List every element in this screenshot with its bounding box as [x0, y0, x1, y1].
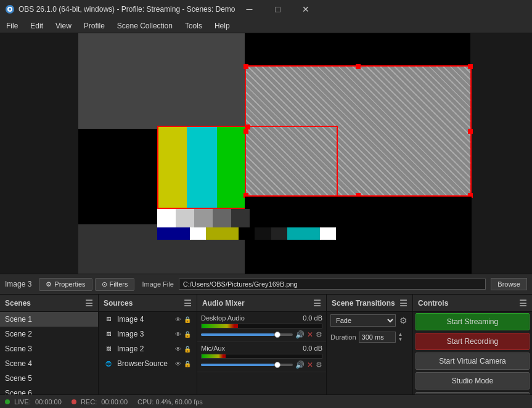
- source-label: BrowserSource: [117, 359, 168, 368]
- menu-help[interactable]: Help: [208, 18, 236, 33]
- controls-buttons: Start StreamingStart RecordingStart Virt…: [413, 312, 532, 408]
- current-source-label: Image 3: [5, 280, 31, 288]
- transition-select-row: Fade Cut Swipe Slide Stinger ⚙: [327, 312, 412, 329]
- mute-button[interactable]: 🔊: [295, 330, 305, 339]
- source-item-browsersource[interactable]: 🌐BrowserSource👁🔒: [99, 356, 197, 371]
- scene-item-2[interactable]: Scene 2: [0, 327, 98, 341]
- scene-item-1[interactable]: Scene 1: [0, 312, 98, 327]
- audio-meter: [201, 324, 322, 328]
- scenes-config-icon[interactable]: ☰: [85, 298, 93, 308]
- app-icon: [5, 4, 15, 14]
- controls-header: Controls ☰: [413, 295, 532, 312]
- menu-view[interactable]: View: [49, 18, 78, 33]
- scenes-list: Scene 1Scene 2Scene 3Scene 4Scene 5Scene…: [0, 312, 98, 403]
- audio-volume-slider[interactable]: [201, 333, 293, 336]
- duration-input[interactable]: [359, 332, 396, 343]
- rec-indicator: REC: 00:00:00: [72, 398, 128, 406]
- source-item-image-4[interactable]: 🖼Image 4👁🔒: [99, 312, 197, 327]
- scene-item-5[interactable]: Scene 5: [0, 371, 98, 386]
- duration-row: Duration ▲ ▼: [327, 329, 412, 345]
- audio-controls: 🔊 ✕ ⚙: [201, 330, 322, 339]
- menu-tools[interactable]: Tools: [179, 18, 208, 33]
- controls-panel: Controls ☰ Start StreamingStart Recordin…: [413, 295, 532, 408]
- scene-item-4[interactable]: Scene 4: [0, 356, 98, 371]
- maximize-button[interactable]: □: [263, 0, 292, 18]
- sources-config-icon[interactable]: ☰: [184, 298, 192, 308]
- menubar: File Edit View Profile Scene Collection …: [0, 18, 532, 33]
- source-label: Image 4: [117, 315, 144, 324]
- audio-track-1: Mic/Aux 0.0 dB 🔊 ✕ ⚙: [197, 342, 326, 372]
- gear-icon: ⚙: [46, 280, 52, 288]
- duration-down-arrow[interactable]: ▼: [398, 337, 403, 342]
- visibility-toggle[interactable]: 👁: [174, 360, 182, 368]
- close-button[interactable]: ✕: [292, 0, 320, 18]
- mute-button[interactable]: 🔊: [295, 361, 305, 369]
- cpu-info: CPU: 0.4%, 60.00 fps: [137, 398, 203, 406]
- audio-track-settings[interactable]: ⚙: [316, 330, 322, 339]
- audio-mixer-header: Audio Mixer ☰: [197, 295, 326, 312]
- visibility-toggle[interactable]: 👁: [174, 330, 182, 338]
- live-dot: [5, 399, 10, 404]
- menu-profile[interactable]: Profile: [78, 18, 111, 33]
- lock-toggle[interactable]: 🔒: [183, 345, 192, 353]
- source-item-image-3[interactable]: 🖼Image 3👁🔒: [99, 327, 197, 341]
- titlebar: OBS 26.1.0 (64-bit, windows) - Profile: …: [0, 0, 532, 18]
- sources-header: Sources ☰: [99, 295, 197, 312]
- source-label: Image 2: [117, 345, 144, 353]
- studio-mode-button[interactable]: Studio Mode: [415, 372, 530, 390]
- properties-button[interactable]: ⚙ Properties: [39, 278, 92, 291]
- filters-button[interactable]: ⊙ Filters: [95, 278, 135, 291]
- audio-meter-fill: [202, 354, 226, 358]
- start-recording-button[interactable]: Start Recording: [415, 333, 530, 350]
- svg-point-2: [9, 8, 11, 10]
- transitions-content: Fade Cut Swipe Slide Stinger ⚙ Duration …: [327, 312, 412, 408]
- browse-button[interactable]: Browse: [491, 278, 527, 290]
- menu-edit[interactable]: Edit: [24, 18, 49, 33]
- minimize-button[interactable]: ─: [235, 0, 263, 18]
- scene-item-3[interactable]: Scene 3: [0, 341, 98, 356]
- scene-transitions-panel: Scene Transitions ☰ Fade Cut Swipe Slide…: [327, 295, 413, 408]
- audio-tracks: Desktop Audio 0.0 dB 🔊 ✕ ⚙ Mic/Aux 0.0 d…: [197, 312, 326, 408]
- audio-controls: 🔊 ✕ ⚙: [201, 361, 322, 369]
- audio-mixer-panel: Audio Mixer ☰ Desktop Audio 0.0 dB 🔊 ✕ ⚙…: [197, 295, 327, 408]
- source-item-image-2[interactable]: 🖼Image 2👁🔒: [99, 341, 197, 356]
- scenes-panel: Scenes ☰ Scene 1Scene 2Scene 3Scene 4Sce…: [0, 295, 99, 408]
- lock-toggle[interactable]: 🔒: [183, 316, 192, 324]
- image-file-path-input[interactable]: [179, 279, 486, 290]
- mute-red-icon[interactable]: ✕: [307, 330, 313, 339]
- controls-config-icon[interactable]: ☰: [519, 298, 527, 308]
- source-label: Image 3: [117, 330, 144, 338]
- visibility-toggle[interactable]: 👁: [174, 345, 182, 353]
- transitions-config-icon[interactable]: ☰: [399, 298, 407, 308]
- start-streaming-button[interactable]: Start Streaming: [415, 313, 530, 330]
- audio-track-name: Desktop Audio: [201, 314, 245, 322]
- transition-select[interactable]: Fade Cut Swipe Slide Stinger: [330, 314, 396, 327]
- live-indicator: LIVE: 00:00:00: [5, 398, 62, 406]
- sources-panel: Sources ☰ 🖼Image 4👁🔒🖼Image 3👁🔒🖼Image 2👁🔒…: [99, 295, 197, 408]
- lock-toggle[interactable]: 🔒: [183, 360, 192, 368]
- duration-arrows: ▲ ▼: [398, 332, 403, 342]
- visibility-toggle[interactable]: 👁: [174, 316, 182, 324]
- lock-toggle[interactable]: 🔒: [183, 330, 192, 338]
- window-title: OBS 26.1.0 (64-bit, windows) - Profile: …: [18, 5, 235, 14]
- audio-track-name: Mic/Aux: [201, 345, 225, 352]
- audio-track-0: Desktop Audio 0.0 dB 🔊 ✕ ⚙: [197, 312, 326, 342]
- audio-track-settings[interactable]: ⚙: [316, 361, 322, 369]
- audio-config-icon[interactable]: ☰: [313, 298, 321, 308]
- transition-settings-icon[interactable]: ⚙: [398, 314, 409, 327]
- audio-track-header: Mic/Aux 0.0 dB: [201, 345, 322, 352]
- menu-file[interactable]: File: [0, 18, 24, 33]
- mute-red-icon[interactable]: ✕: [307, 361, 313, 369]
- filter-icon: ⊙: [102, 280, 107, 288]
- scenes-header: Scenes ☰: [0, 295, 98, 312]
- audio-volume-slider[interactable]: [201, 364, 293, 366]
- audio-db-value: 0.0 dB: [303, 345, 322, 352]
- audio-meter-fill: [202, 324, 238, 328]
- image-icon: 🖼: [104, 329, 113, 339]
- transitions-header: Scene Transitions ☰: [327, 295, 412, 312]
- audio-meter: [201, 354, 322, 359]
- statusbar: LIVE: 00:00:00 REC: 00:00:00 CPU: 0.4%, …: [0, 394, 532, 408]
- sources-list: 🖼Image 4👁🔒🖼Image 3👁🔒🖼Image 2👁🔒🌐BrowserSo…: [99, 312, 197, 403]
- start-virtual-camera-button[interactable]: Start Virtual Camera: [415, 353, 530, 370]
- menu-scene-collection[interactable]: Scene Collection: [111, 18, 179, 33]
